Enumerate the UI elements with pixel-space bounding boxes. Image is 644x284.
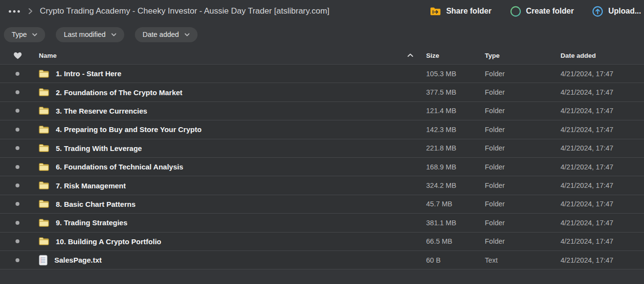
item-type: Folder	[485, 200, 561, 208]
item-type: Folder	[485, 163, 561, 171]
row-dot-icon	[16, 72, 19, 76]
item-size: 121.4 MB	[426, 107, 485, 115]
item-date-added: 4/21/2024, 17:47	[561, 70, 644, 78]
folder-icon	[39, 88, 49, 97]
name-column-header[interactable]: Name	[35, 52, 426, 59]
item-size: 381.1 MB	[426, 219, 485, 227]
item-date-added: 4/21/2024, 17:47	[561, 88, 644, 96]
chevron-down-icon	[32, 33, 37, 36]
item-size: 221.8 MB	[426, 144, 485, 152]
toolbar-actions: Share folder Create folder	[430, 6, 641, 17]
table-row[interactable]: 1. Intro - Start Here 105.3 MB Folder 4/…	[0, 65, 644, 83]
item-date-added: 4/21/2024, 17:47	[561, 144, 644, 152]
filter-chip-last-modified[interactable]: Last modified	[56, 27, 124, 42]
table-row[interactable]: 3. The Reserve Currencies 121.4 MB Folde…	[0, 102, 644, 120]
page-title: Crypto Trading Academy - Cheeky Investor…	[40, 6, 330, 16]
create-folder-icon	[510, 6, 521, 17]
row-dot-icon	[16, 146, 19, 150]
row-dot-icon	[16, 109, 19, 113]
item-date-added: 4/21/2024, 17:47	[561, 163, 644, 171]
table-row[interactable]: 10. Building A Crypto Portfolio 66.5 MB …	[0, 233, 644, 251]
breadcrumb: Crypto Trading Academy - Cheeky Investor…	[8, 6, 330, 16]
item-name[interactable]: 9. Trading Strategies	[56, 218, 128, 227]
table-row[interactable]: 2. Foundations of The Crypto Market 377.…	[0, 83, 644, 101]
table-header: Name Size Type Date added	[0, 47, 644, 65]
create-folder-label: Create folder	[526, 7, 574, 16]
table-row[interactable]: 8. Basic Chart Patterns 45.7 MB Folder 4…	[0, 195, 644, 214]
filter-bar: Type Last modified Date added	[0, 22, 644, 47]
item-type: Text	[485, 256, 561, 264]
chevron-up-icon[interactable]	[407, 53, 413, 57]
upload-label: Upload...	[608, 7, 641, 16]
heart-icon	[14, 52, 22, 59]
item-size: 168.9 MB	[426, 163, 485, 171]
share-folder-button[interactable]: Share folder	[430, 7, 491, 16]
item-name[interactable]: 5. Trading With Leverage	[56, 144, 142, 152]
item-type: Folder	[485, 126, 561, 134]
table-row[interactable]: 4. Preparing to Buy and Store Your Crypt…	[0, 120, 644, 139]
favorite-column-header[interactable]	[0, 52, 35, 59]
item-date-added: 4/21/2024, 17:47	[561, 107, 644, 115]
item-size: 60 B	[426, 256, 485, 264]
share-folder-icon	[430, 7, 441, 16]
folder-icon	[39, 144, 49, 152]
upload-button[interactable]: Upload...	[592, 6, 641, 17]
row-dot-icon	[16, 90, 19, 94]
item-size: 377.5 MB	[426, 88, 485, 96]
item-date-added: 4/21/2024, 17:47	[561, 237, 644, 245]
file-table: Name Size Type Date added	[0, 47, 644, 269]
item-name[interactable]: 3. The Reserve Currencies	[56, 107, 147, 115]
row-dot-icon	[16, 184, 19, 187]
item-date-added: 4/21/2024, 17:47	[561, 256, 644, 264]
item-size: 105.3 MB	[426, 70, 485, 78]
item-name[interactable]: 4. Preparing to Buy and Store Your Crypt…	[56, 125, 201, 134]
item-type: Folder	[485, 107, 561, 115]
folder-icon	[39, 181, 49, 190]
item-name[interactable]: 1. Intro - Start Here	[56, 69, 121, 78]
row-dot-icon	[16, 165, 19, 169]
item-size: 324.2 MB	[426, 182, 485, 189]
table-row[interactable]: SalesPage.txt 60 B Text 4/21/2024, 17:47	[0, 251, 644, 269]
row-dot-icon	[16, 128, 19, 132]
table-row[interactable]: 9. Trading Strategies 381.1 MB Folder 4/…	[0, 214, 644, 232]
item-name[interactable]: 10. Building A Crypto Portfolio	[56, 237, 161, 246]
create-folder-button[interactable]: Create folder	[510, 6, 574, 17]
row-dot-icon	[16, 202, 19, 206]
upload-circle-icon	[592, 6, 603, 17]
item-name[interactable]: 8. Basic Chart Patterns	[56, 200, 135, 208]
filter-chip-date-added[interactable]: Date added	[135, 27, 198, 42]
item-name[interactable]: SalesPage.txt	[54, 256, 102, 264]
table-row[interactable]: 5. Trading With Leverage 221.8 MB Folder…	[0, 139, 644, 158]
item-size: 66.5 MB	[426, 237, 485, 245]
item-name[interactable]: 6. Foundations of Technical Analysis	[56, 163, 183, 171]
item-type: Folder	[485, 144, 561, 152]
item-type: Folder	[485, 70, 561, 78]
item-date-added: 4/21/2024, 17:47	[561, 219, 644, 227]
row-dot-icon	[16, 258, 19, 262]
folder-icon	[39, 237, 49, 246]
filter-chip-type[interactable]: Type	[4, 27, 45, 42]
item-type: Folder	[485, 237, 561, 245]
item-name[interactable]: 2. Foundations of The Crypto Market	[56, 88, 182, 97]
item-date-added: 4/21/2024, 17:47	[561, 200, 644, 208]
table-row[interactable]: 6. Foundations of Technical Analysis 168…	[0, 158, 644, 176]
item-size: 142.3 MB	[426, 126, 485, 134]
chevron-down-icon	[111, 33, 116, 36]
chevron-down-icon	[184, 33, 190, 36]
folder-icon	[39, 69, 49, 78]
ellipsis-menu-icon[interactable]	[8, 8, 21, 15]
size-column-header[interactable]: Size	[426, 52, 485, 59]
item-type: Folder	[485, 88, 561, 96]
row-dot-icon	[16, 239, 19, 243]
type-column-header[interactable]: Type	[485, 52, 561, 59]
item-type: Folder	[485, 219, 561, 227]
table-row[interactable]: 7. Risk Management 324.2 MB Folder 4/21/…	[0, 176, 644, 195]
top-bar: Crypto Trading Academy - Cheeky Investor…	[0, 0, 644, 22]
share-folder-label: Share folder	[446, 7, 491, 16]
date-added-column-header[interactable]: Date added	[561, 52, 644, 59]
chevron-right-icon	[28, 8, 33, 15]
folder-icon	[39, 200, 49, 208]
text-file-icon	[39, 255, 48, 266]
item-name[interactable]: 7. Risk Management	[56, 182, 126, 190]
folder-icon	[39, 218, 49, 227]
